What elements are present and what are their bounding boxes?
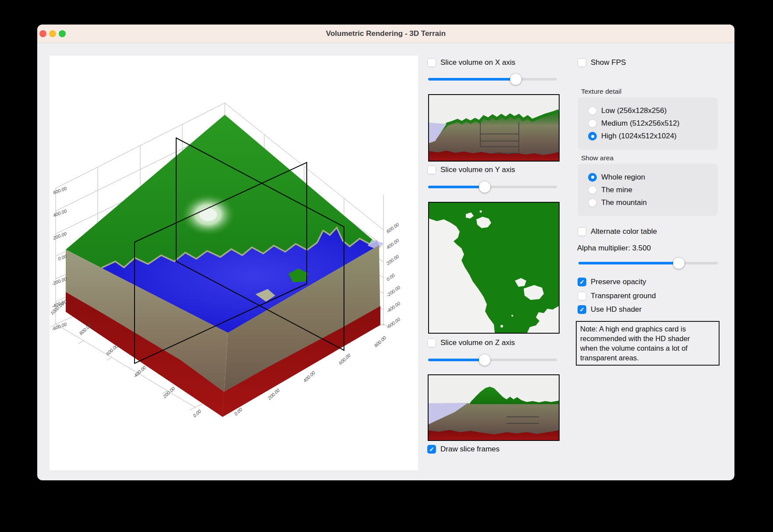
- show-area-radio-label-1: The mine: [601, 186, 632, 194]
- slice-x-preview: [428, 94, 560, 162]
- svg-text:-600.00: -600.00: [385, 317, 401, 330]
- slider-thumb[interactable]: [479, 354, 490, 366]
- svg-text:-400.00: -400.00: [385, 300, 401, 314]
- check-icon: ✓: [578, 305, 586, 314]
- hd-shader-note: Note: A high end graphics card isrecomme…: [576, 321, 720, 366]
- show-area-option-row: The mountain: [578, 196, 718, 209]
- svg-text:400.00: 400.00: [385, 238, 400, 250]
- alpha-multiplier-label: Alpha multiplier: 3.500: [577, 244, 651, 253]
- show-area-radio-label-0: Whole region: [601, 173, 645, 182]
- svg-text:600.00: 600.00: [337, 352, 351, 366]
- preserve-opacity-label: Preserve opacity: [591, 278, 646, 286]
- preserve-opacity-row: ✓ Preserve opacity: [578, 278, 646, 286]
- close-button-icon[interactable]: [39, 30, 46, 37]
- svg-text:200.00: 200.00: [385, 254, 400, 266]
- svg-text:0.00: 0.00: [385, 272, 396, 282]
- show-area-title: Show area: [581, 154, 613, 162]
- slice-x-slider[interactable]: [428, 74, 557, 85]
- slider-thumb[interactable]: [673, 257, 684, 269]
- screen: Volumetric Rendering - 3D Terrain: [0, 0, 773, 532]
- texture-detail-option-row: Medium (512x256x512): [578, 117, 718, 130]
- show-area-group: Whole regionThe mineThe mountain: [578, 164, 718, 216]
- texture-detail-radio-label-2: High (1024x512x1024): [601, 132, 677, 141]
- show-area-radio-2[interactable]: [588, 198, 597, 207]
- texture-detail-group: Low (256x128x256)Medium (512x256x512)Hig…: [578, 97, 718, 150]
- svg-text:400.00: 400.00: [302, 370, 316, 384]
- show-area-radio-0[interactable]: [588, 173, 597, 182]
- show-area-option-row: Whole region: [578, 171, 718, 183]
- texture-detail-title: Texture detail: [581, 88, 621, 95]
- use-hd-shader-row: ✓ Use HD shader: [578, 305, 642, 314]
- preserve-opacity-checkbox[interactable]: ✓: [578, 278, 586, 286]
- show-fps-checkbox[interactable]: ✓: [578, 58, 586, 67]
- svg-text:400.00: 400.00: [52, 208, 67, 218]
- transparent-ground-row: ✓ Transparent ground: [578, 292, 656, 300]
- texture-detail-option-row: High (1024x512x1024): [578, 130, 718, 143]
- zoom-button-icon[interactable]: [59, 30, 66, 37]
- slice-y-label: Slice volume on Y axis: [440, 166, 515, 174]
- minimize-button-icon[interactable]: [49, 30, 56, 37]
- show-area-radio-label-2: The mountain: [601, 198, 647, 207]
- draw-frames-checkbox[interactable]: ✓: [427, 445, 436, 454]
- slice-y-row: ✓ Slice volume on Y axis: [427, 166, 515, 174]
- texture-detail-radio-2[interactable]: [588, 132, 597, 141]
- svg-text:600.00: 600.00: [385, 222, 400, 234]
- alternate-color-checkbox[interactable]: ✓: [578, 227, 586, 236]
- terrain-3d-render: 600.00400.00200.000.00-200.00-400.00-600…: [50, 56, 418, 470]
- slice-x-label: Slice volume on X axis: [440, 58, 515, 67]
- svg-text:-600.00: -600.00: [51, 321, 67, 332]
- show-area-option-row: The mine: [578, 183, 718, 196]
- texture-detail-option-row: Low (256x128x256): [578, 105, 718, 117]
- slider-fill: [428, 78, 516, 81]
- svg-text:800.00: 800.00: [373, 335, 387, 349]
- slice-x-row: ✓ Slice volume on X axis: [427, 58, 515, 67]
- use-hd-shader-checkbox[interactable]: ✓: [578, 305, 586, 314]
- slider-thumb[interactable]: [479, 181, 490, 193]
- texture-detail-radio-label-1: Medium (512x256x512): [601, 119, 680, 128]
- transparent-ground-checkbox[interactable]: ✓: [578, 292, 586, 300]
- use-hd-shader-label: Use HD shader: [591, 305, 642, 314]
- slider-thumb[interactable]: [510, 74, 521, 85]
- texture-detail-radio-label-0: Low (256x128x256): [601, 106, 667, 115]
- slice-z-row: ✓ Slice volume on Z axis: [427, 338, 515, 347]
- slider-fill: [428, 186, 485, 188]
- alternate-color-row: ✓ Alternate color table: [578, 227, 657, 236]
- slider-fill: [428, 359, 485, 361]
- svg-text:600.00: 600.00: [52, 186, 67, 195]
- svg-text:200.00: 200.00: [52, 231, 67, 241]
- svg-text:600.00: 600.00: [105, 343, 119, 357]
- check-icon: ✓: [427, 445, 436, 454]
- slider-fill: [578, 262, 679, 264]
- texture-detail-radio-1[interactable]: [588, 119, 597, 128]
- svg-text:0.00: 0.00: [192, 409, 202, 419]
- slice-y-slider[interactable]: [428, 181, 557, 193]
- show-fps-row: ✓ Show FPS: [578, 58, 626, 67]
- window-title: Volumetric Rendering - 3D Terrain: [37, 25, 734, 42]
- alternate-color-label: Alternate color table: [591, 227, 657, 236]
- draw-frames-row: ✓ Draw slice frames: [427, 445, 500, 454]
- terrain-3d-viewport[interactable]: 600.00400.00200.000.00-200.00-400.00-600…: [50, 56, 418, 470]
- check-icon: ✓: [578, 278, 586, 286]
- texture-detail-radio-0[interactable]: [588, 106, 597, 115]
- slice-z-slider[interactable]: [428, 354, 557, 366]
- slice-z-label: Slice volume on Z axis: [440, 338, 515, 347]
- slice-x-checkbox[interactable]: ✓: [427, 58, 436, 67]
- svg-text:200.00: 200.00: [162, 386, 176, 399]
- terrain-slab: [66, 115, 383, 417]
- show-fps-label: Show FPS: [591, 58, 626, 67]
- draw-frames-label: Draw slice frames: [440, 445, 500, 454]
- show-area-radio-1[interactable]: [588, 186, 597, 194]
- alpha-multiplier-slider[interactable]: [578, 257, 718, 269]
- slice-y-checkbox[interactable]: ✓: [427, 166, 436, 174]
- slice-y-preview: [428, 202, 560, 334]
- transparent-ground-label: Transparent ground: [591, 292, 656, 300]
- svg-text:-200.00: -200.00: [385, 285, 401, 298]
- slice-z-checkbox[interactable]: ✓: [427, 338, 436, 347]
- slice-z-preview: [428, 374, 560, 441]
